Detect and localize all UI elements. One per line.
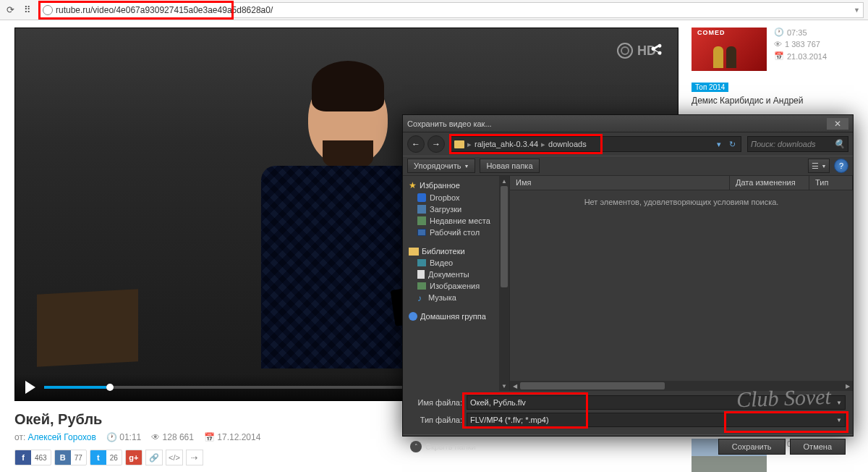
top-badge: Топ 2014	[692, 83, 728, 92]
link-button[interactable]: 🔗	[145, 450, 163, 465]
more-button[interactable]: ⇢	[186, 450, 203, 465]
browser-toolbar: ⟳ ⠿ ▼	[0, 0, 868, 20]
reload-icon[interactable]: ⟳	[4, 4, 16, 16]
organize-button[interactable]: Упорядочить▼	[407, 159, 475, 173]
search-icon: 🔍	[834, 139, 845, 149]
folder-tree: ★Избранное Dropbox Загрузки Недавние мес…	[403, 176, 510, 391]
related-item[interactable]: COMED 🕐 07:35 👁 1 383 767 📅 21.03.2014	[692, 28, 859, 71]
dialog-titlebar[interactable]: Сохранить видео как... ✕	[403, 115, 853, 132]
related-title[interactable]: Демис Карибидис и Андрей	[692, 96, 859, 106]
refresh-icon[interactable]: ↻	[726, 138, 738, 150]
dialog-toolbar: Упорядочить▼ Новая папка ☰ ▼ ?	[403, 156, 853, 176]
filename-input[interactable]: Окей, Рубль.flv▼	[467, 395, 846, 410]
url-bar[interactable]: ▼	[39, 2, 864, 18]
tree-libraries[interactable]: Библиотеки	[409, 245, 509, 257]
chevron-up-icon: ˄	[410, 441, 422, 452]
tree-images[interactable]: Изображения	[409, 280, 509, 292]
dialog-title: Сохранить видео как...	[407, 119, 492, 128]
share-icon[interactable]	[649, 43, 663, 57]
tree-video[interactable]: Видео	[409, 257, 509, 269]
twitter-share[interactable]: t26	[90, 450, 122, 465]
save-as-dialog: Сохранить видео как... ✕ ← → ▸ raljeta_a…	[402, 114, 854, 437]
tree-documents[interactable]: Документы	[409, 269, 509, 280]
save-button[interactable]: Сохранить	[718, 439, 786, 455]
col-type[interactable]: Тип	[809, 176, 853, 190]
file-list-header[interactable]: Имя Дата изменения Тип	[510, 176, 853, 190]
tree-favorites[interactable]: ★Избранное	[409, 179, 509, 192]
filename-label: Имя файла:	[410, 398, 462, 407]
col-name[interactable]: Имя	[510, 176, 730, 190]
chevron-down-icon[interactable]: ▾	[713, 138, 725, 150]
dialog-fields: Имя файла: Окей, Рубль.flv▼ Тип файла: F…	[403, 391, 853, 434]
empty-message: Нет элементов, удовлетворяющих условиям …	[510, 190, 853, 381]
tree-recent[interactable]: Недавние места	[409, 215, 509, 227]
dialog-footer: ˄ Скрыть папки Сохранить Отмена	[403, 434, 853, 458]
file-list: Имя Дата изменения Тип Нет элементов, уд…	[510, 176, 853, 391]
related-thumb: COMED	[692, 28, 767, 71]
tree-music[interactable]: ♪Музыка	[409, 292, 509, 303]
vk-share[interactable]: B77	[54, 450, 87, 465]
embed-button[interactable]: </>	[166, 450, 183, 465]
breadcrumb[interactable]: ▸ raljeta_ahk-0.3.44 ▸ downloads ▾↻	[451, 136, 741, 152]
view-button[interactable]: ☰ ▼	[808, 159, 830, 173]
new-folder-button[interactable]: Новая папка	[480, 159, 539, 173]
file-hscrollbar[interactable]: ◀▶	[510, 381, 853, 391]
tree-homegroup[interactable]: Домашняя группа	[409, 311, 509, 322]
tree-desktop[interactable]: Рабочий стол	[409, 227, 509, 238]
tree-downloads[interactable]: Загрузки	[409, 203, 509, 215]
cancel-button[interactable]: Отмена	[790, 439, 846, 455]
facebook-share[interactable]: f463	[14, 450, 51, 465]
author-link[interactable]: Алексей Горохов	[28, 432, 96, 442]
close-button[interactable]: ✕	[827, 118, 848, 130]
filetype-label: Тип файла:	[410, 416, 462, 424]
filetype-select[interactable]: FLV/MP4 (*.flv; *.mp4)▼	[467, 413, 846, 427]
apps-icon[interactable]: ⠿	[22, 4, 33, 16]
hide-folders-button[interactable]: ˄ Скрыть папки	[410, 441, 476, 452]
url-input[interactable]	[56, 5, 854, 15]
folder-icon	[454, 140, 464, 148]
tree-dropbox[interactable]: Dropbox	[409, 192, 509, 203]
gplus-share[interactable]: g+	[125, 450, 142, 465]
search-input[interactable]: Поиск: downloads 🔍	[747, 136, 848, 152]
globe-icon	[43, 5, 53, 15]
help-icon[interactable]: ?	[834, 159, 848, 173]
url-dropdown-icon[interactable]: ▼	[854, 7, 860, 14]
forward-button[interactable]: →	[427, 135, 445, 153]
tree-scrollbar[interactable]: ▲▼	[499, 176, 509, 391]
col-date[interactable]: Дата изменения	[730, 176, 809, 190]
back-button[interactable]: ←	[407, 135, 425, 153]
dialog-nav: ← → ▸ raljeta_ahk-0.3.44 ▸ downloads ▾↻ …	[403, 132, 853, 156]
play-button[interactable]	[25, 381, 35, 394]
